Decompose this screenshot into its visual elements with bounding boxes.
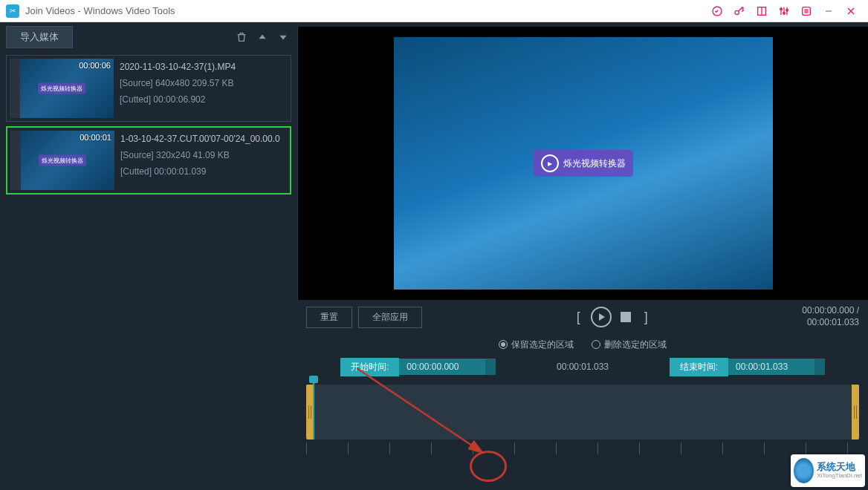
media-thumbnail: 00:00:06 烁光视频转换器 [10,59,114,118]
reset-button[interactable]: 重置 [306,307,352,328]
move-down-icon[interactable] [275,29,291,45]
video-preview[interactable]: ▸ 烁光视频转换器 [394,37,773,290]
media-item[interactable]: 00:00:01 烁光视频转换器 1-03-10-42-37.CUT.00'07… [6,126,291,195]
import-media-button[interactable]: 导入媒体 [6,26,73,48]
window-title: Join Videos - Windows Video Tools [25,5,175,16]
radio-dot-icon [499,340,508,349]
app-icon: ✂ [6,4,19,18]
media-source: [Source] 320x240 41.09 KB [120,150,280,160]
cart-icon[interactable] [708,2,726,20]
close-button[interactable] [842,2,860,20]
duration-display: 00:00:01.033 [496,362,669,372]
delete-region-radio[interactable]: 删除选定的区域 [592,339,667,351]
preview-area: ▸ 烁光视频转换器 [297,27,868,300]
media-panel: 导入媒体 00:00:06 烁光视频转换器 2020-11-03-10-42-3… [0,22,297,490]
sliders-icon[interactable] [775,2,793,20]
svg-point-7 [780,8,783,10]
play-button[interactable] [591,307,612,327]
site-watermark: 系统天地 XiTongTianDi.net [791,454,865,487]
layout-icon[interactable] [753,2,771,20]
svg-point-9 [786,9,788,11]
timeline-ruler [306,442,859,454]
menu-icon[interactable] [797,2,815,20]
end-time-label: 结束时间: [670,358,728,376]
media-source: [Source] 640x480 209.57 KB [120,78,236,88]
stop-button[interactable] [621,312,631,322]
preview-watermark: ▸ 烁光视频转换器 [534,150,633,177]
timeline-playhead[interactable] [313,377,314,440]
media-filename: 1-03-10-42-37.CUT.00'07-00'24_00.00.0 [120,134,280,144]
svg-point-1 [735,10,739,14]
time-display: 00:00:00.000 / 00:00:01.033 [802,305,859,328]
titlebar: ✂ Join Videos - Windows Video Tools [0,0,868,22]
end-time-input[interactable]: 00:00:01.033 [728,359,825,375]
key-icon[interactable] [731,2,748,20]
mark-in-button[interactable]: [ [572,310,585,325]
thumb-duration: 00:00:01 [80,133,111,142]
move-up-icon[interactable] [254,29,271,45]
delete-icon[interactable] [233,29,250,45]
thumb-duration: 00:00:06 [79,61,111,70]
media-filename: 2020-11-03-10-42-37(1).MP4 [120,62,236,72]
mark-out-button[interactable]: ] [640,310,652,325]
radio-dot-icon [592,340,600,349]
timeline[interactable] [306,385,859,440]
keep-region-radio[interactable]: 保留选定的区域 [499,339,574,351]
apply-all-button[interactable]: 全部应用 [358,307,422,328]
watermark-globe-icon [794,458,814,483]
media-item[interactable]: 00:00:06 烁光视频转换器 2020-11-03-10-42-37(1).… [6,55,291,122]
media-thumbnail: 00:00:01 烁光视频转换器 [10,131,114,190]
minimize-button[interactable] [820,2,838,20]
svg-point-8 [783,12,786,14]
start-time-input[interactable]: 00:00:00.000 [399,359,496,375]
media-cutted: [Cutted] 00:00:01.039 [120,166,280,177]
start-time-label: 开始时间: [340,358,399,376]
media-cutted: [Cutted] 00:00:06.902 [120,94,236,105]
timeline-handle-right[interactable] [852,385,859,440]
